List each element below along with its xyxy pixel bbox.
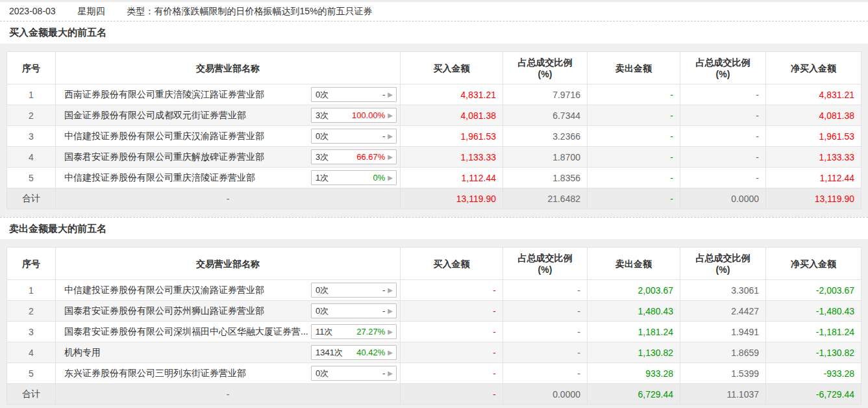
buy-amount: - [401, 280, 503, 301]
buy-amount: 1,133.33 [401, 147, 503, 168]
department-name-link[interactable]: 中信建投证券股份有限公司重庆汉渝路证券营业部 [64, 131, 264, 142]
branch-history-widget[interactable]: 11次 27.27%▶ [311, 324, 397, 339]
branch-history-widget[interactable]: 1次 0%▶ [311, 170, 397, 185]
department-name-link[interactable]: 国金证券股份有限公司成都双元街证券营业部 [64, 110, 246, 121]
appearance-count: 3次 [316, 110, 329, 121]
department-name-link[interactable]: 东兴证券股份有限公司三明列东街证券营业部 [64, 368, 246, 379]
buy-ratio: 6.7344 [503, 105, 588, 126]
appearance-count: 0次 [316, 89, 329, 101]
expand-arrow-icon: ▶ [388, 154, 393, 160]
total-sell-ratio: 0.0000 [680, 188, 766, 209]
buy-ratio: 1.8700 [503, 147, 588, 168]
net-buy-amount: 1,112.44 [766, 168, 862, 188]
branch-history-widget[interactable]: 3次 100.00%▶ [311, 108, 397, 123]
date-type-bar: 2023-08-03 星期四 类型：有价格涨跌幅限制的日价格振幅达到15%的前五… [0, 0, 868, 21]
expand-arrow-icon: ▶ [388, 370, 393, 377]
col-header-buy-amount: 买入金额 [401, 52, 503, 84]
appearance-count: 11次 [316, 326, 333, 338]
row-index: 1 [7, 280, 56, 301]
spacer [0, 209, 868, 217]
appearance-count: 0次 [316, 305, 329, 317]
win-rate: - [382, 306, 385, 316]
win-rate: - [382, 368, 385, 378]
total-buy-ratio: 0.0000 [503, 384, 588, 405]
row-index: 2 [7, 301, 56, 322]
buy-amount: - [401, 301, 503, 322]
table-row: 5 中信建投证券股份有限公司重庆涪陵证券营业部 1次 0%▶ 1,112.44 … [7, 168, 862, 188]
branch-history-widget[interactable]: 0次 -▶ [311, 129, 397, 144]
table-row: 4 国泰君安证券股份有限公司重庆解放碑证券营业部 3次 66.67%▶ 1,13… [7, 147, 862, 168]
win-rate: - [382, 131, 385, 141]
buy-amount: - [401, 322, 503, 342]
sell-amount: 933.28 [588, 363, 680, 384]
win-rate: 100.00% [352, 110, 385, 120]
total-buy-ratio: 21.6482 [503, 188, 588, 209]
department-name-link[interactable]: 中信建投证券股份有限公司重庆涪陵证券营业部 [64, 172, 255, 184]
branch-history-widget[interactable]: 0次 -▶ [311, 283, 397, 298]
col-header-sell-amount: 卖出金额 [588, 248, 680, 280]
col-header-buy-ratio: 占总成交比例(%) [503, 52, 588, 84]
branch-history-widget[interactable]: 0次 -▶ [311, 303, 397, 318]
expand-arrow-icon: ▶ [388, 133, 393, 140]
col-header-sell-ratio: 占总成交比例(%) [680, 52, 766, 84]
buy-ratio: 3.2366 [503, 126, 588, 147]
row-index: 4 [7, 147, 56, 168]
sell-ratio: - [680, 147, 766, 168]
buy-amount: - [401, 342, 503, 363]
row-index: 1 [7, 84, 56, 105]
branch-history-widget[interactable]: 3次 66.67%▶ [311, 149, 397, 164]
sell-ratio: - [680, 105, 766, 126]
department-name-link[interactable]: 中信建投证券股份有限公司重庆汉渝路证券营业部 [64, 285, 264, 296]
table-row: 5 东兴证券股份有限公司三明列东街证券营业部 0次 -▶ - - 933.28 … [7, 363, 862, 384]
sell-amount: 1,181.24 [588, 322, 680, 342]
sell-amount: 1,480.43 [588, 301, 680, 322]
sell-amount: - [588, 84, 680, 105]
department-name-link[interactable]: 国泰君安证券股份有限公司苏州狮山路证券营业部 [64, 305, 264, 317]
total-name-placeholder: - [56, 384, 401, 405]
buy-amount: - [401, 363, 503, 384]
buy-section-title: 买入金额最大的前五名 [0, 21, 868, 44]
spacer [0, 44, 868, 51]
table-row: 1 西南证券股份有限公司重庆涪陵滨江路证券营业部 0次 -▶ 4,831.21 … [7, 84, 862, 105]
branch-history-widget[interactable]: 1341次 40.42%▶ [311, 345, 397, 360]
department-name-link[interactable]: 西南证券股份有限公司重庆涪陵滨江路证券营业部 [64, 89, 264, 101]
col-header-no: 序号 [7, 52, 56, 84]
table-row: 3 中信建投证券股份有限公司重庆汉渝路证券营业部 0次 -▶ 1,961.53 … [7, 126, 862, 147]
appearance-count: 3次 [316, 151, 329, 163]
branch-history-widget[interactable]: 0次 -▶ [311, 366, 397, 381]
win-rate: 66.67% [356, 152, 385, 162]
expand-arrow-icon: ▶ [388, 308, 393, 314]
total-name-placeholder: - [56, 188, 401, 209]
sell-ratio: - [680, 168, 766, 188]
net-buy-amount: 1,961.53 [766, 126, 862, 147]
col-header-buy-amount: 买入金额 [401, 248, 503, 280]
sell-ratio: - [680, 126, 766, 147]
col-header-department: 交易营业部名称 [56, 52, 401, 84]
sell-amount: - [588, 126, 680, 147]
department-name-link[interactable]: 国泰君安证券股份有限公司深圳福田中心区华融大厦证券营... [64, 326, 308, 338]
buy-amount: 1,961.53 [401, 126, 503, 147]
expand-arrow-icon: ▶ [388, 329, 393, 335]
total-row: 合计 - - 0.0000 6,729.44 11.1037 -6,729.44 [7, 384, 862, 405]
row-index: 3 [7, 322, 56, 342]
total-label: 合计 [7, 188, 56, 209]
appearance-count: 0次 [316, 131, 329, 142]
branch-history-widget[interactable]: 0次 -▶ [311, 87, 397, 102]
net-buy-amount: 4,831.21 [766, 84, 862, 105]
expand-arrow-icon: ▶ [388, 175, 393, 181]
table-row: 2 国金证券股份有限公司成都双元街证券营业部 3次 100.00%▶ 4,081… [7, 105, 862, 126]
table-row: 4 机构专用 1341次 40.42%▶ - - 1,130.82 1.8659… [7, 342, 862, 363]
appearance-count: 1341次 [316, 347, 343, 359]
sell-ratio: 3.3061 [680, 280, 766, 301]
total-sell-amount: 6,729.44 [588, 384, 680, 405]
department-name-link[interactable]: 机构专用 [64, 347, 101, 359]
col-header-sell-ratio: 占总成交比例(%) [680, 248, 766, 280]
table-row: 1 中信建投证券股份有限公司重庆汉渝路证券营业部 0次 -▶ - - 2,003… [7, 280, 862, 301]
appearance-count: 1次 [316, 172, 329, 184]
buy-ratio: 7.9716 [503, 84, 588, 105]
weekday-label: 星期四 [78, 2, 105, 21]
department-name-link[interactable]: 国泰君安证券股份有限公司重庆解放碑证券营业部 [64, 151, 264, 163]
sell-ratio: 1.5399 [680, 363, 766, 384]
expand-arrow-icon: ▶ [388, 287, 393, 294]
col-header-buy-ratio: 占总成交比例(%) [503, 248, 588, 280]
